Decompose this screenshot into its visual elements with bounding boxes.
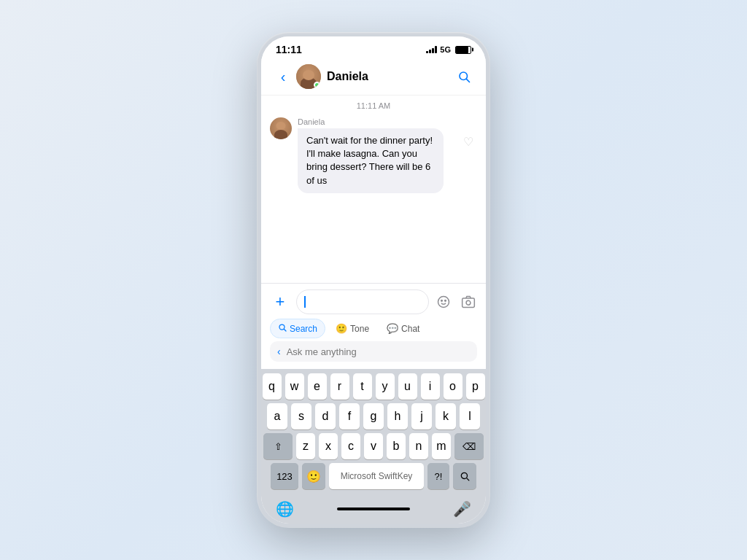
svg-line-10 [467,478,469,481]
input-row: + [270,289,477,314]
svg-point-2 [438,297,449,308]
key-h[interactable]: h [387,403,408,429]
chat-tab-label: Chat [401,324,419,334]
network-label: 5G [440,45,451,54]
signal-icon [426,46,437,53]
ai-search-input[interactable] [287,346,470,357]
key-m[interactable]: m [432,433,451,459]
key-backspace[interactable]: ⌫ [454,433,484,459]
key-b[interactable]: b [387,433,406,459]
svg-line-8 [284,329,286,331]
ai-toolbar: Search 🙂 Tone 💬 Chat [270,314,477,341]
microphone-icon[interactable]: 🎤 [453,500,471,518]
key-q[interactable]: q [263,373,282,400]
key-r[interactable]: r [330,373,349,400]
message-avatar [270,117,292,139]
key-c[interactable]: c [341,433,360,459]
avatar [296,64,321,89]
nav-bar: ‹ Daniela [261,60,486,96]
search-nav-button[interactable] [454,66,474,87]
message-timestamp: 11:11 AM [270,101,477,110]
input-area: + [261,283,486,369]
key-t[interactable]: t [353,373,372,400]
message-bubble-wrap: Daniela Can't wait for the dinner party!… [298,117,454,193]
contact-info: Daniela [296,64,454,89]
status-icons: 5G [426,45,471,54]
camera-button[interactable] [460,293,477,311]
message-row: Daniela Can't wait for the dinner party!… [270,117,477,193]
chat-tab-icon: 💬 [387,323,398,334]
keyboard-bottom-bar: 🌐 🎤 [261,496,486,524]
key-f[interactable]: f [339,403,360,429]
heart-icon[interactable]: ♡ [460,117,477,149]
key-k[interactable]: k [436,403,456,429]
search-tab-icon [278,323,287,334]
ai-tab-chat[interactable]: 💬 Chat [379,319,427,338]
key-emoji[interactable]: 🙂 [302,463,325,489]
key-s[interactable]: s [291,403,311,429]
svg-point-3 [441,300,443,302]
key-o[interactable]: o [444,373,462,400]
key-g[interactable]: g [363,403,384,429]
key-y[interactable]: y [376,373,395,400]
key-punctuation[interactable]: ?! [427,463,449,489]
home-indicator [337,508,410,510]
key-z[interactable]: z [296,433,315,459]
keyboard-row-4: 123 🙂 Microsoft SwiftKey ?! [264,463,483,489]
key-l[interactable]: l [460,403,480,429]
tone-tab-icon: 🙂 [336,323,347,334]
key-w[interactable]: w [285,373,304,400]
key-a[interactable]: a [267,403,287,429]
emoji-button[interactable] [435,293,452,311]
keyboard-row-3: ⇧ z x c v b n m ⌫ [264,433,483,459]
input-icons [435,293,477,311]
key-d[interactable]: d [315,403,336,429]
plus-button[interactable]: + [270,292,290,312]
cursor [304,296,306,308]
key-space[interactable]: Microsoft SwiftKey [329,463,424,489]
key-x[interactable]: x [319,433,338,459]
svg-rect-5 [462,298,475,308]
battery-icon [455,46,471,54]
key-e[interactable]: e [308,373,327,400]
ai-tab-tone[interactable]: 🙂 Tone [328,319,376,338]
online-status-dot [314,82,320,88]
search-tab-label: Search [290,324,317,334]
status-bar: 11:11 5G [261,36,486,60]
globe-icon[interactable]: 🌐 [276,500,294,518]
key-i[interactable]: i [421,373,440,400]
message-sender: Daniela [298,117,454,126]
ai-tab-search[interactable]: Search [270,319,325,338]
key-nums[interactable]: 123 [271,463,298,489]
svg-line-1 [466,79,469,82]
keyboard-row-1: q w e r t y u i o p [264,373,483,400]
key-keyboard-search[interactable] [453,463,476,489]
key-u[interactable]: u [398,373,417,400]
chat-area: 11:11 AM Daniela Can't wait for the dinn… [261,96,486,283]
status-time: 11:11 [276,44,302,55]
keyboard: q w e r t y u i o p a s d f g h j k [261,369,486,496]
svg-point-4 [445,300,446,302]
message-bubble: Can't wait for the dinner party! I'll ma… [298,128,444,193]
contact-name: Daniela [327,70,368,83]
keyboard-row-2: a s d f g h j k l [264,403,483,429]
back-button[interactable]: ‹ [273,66,293,87]
key-n[interactable]: n [409,433,428,459]
key-j[interactable]: j [411,403,432,429]
key-p[interactable]: p [466,373,485,400]
tone-tab-label: Tone [350,324,369,334]
svg-point-6 [466,300,471,305]
phone-screen: 11:11 5G ‹ Daniela [261,36,486,524]
ai-search-row: ‹ [270,341,477,362]
key-shift[interactable]: ⇧ [263,433,293,459]
key-v[interactable]: v [364,433,383,459]
ai-back-button[interactable]: ‹ [277,346,281,357]
message-input[interactable] [296,289,429,314]
phone-shell: 11:11 5G ‹ Daniela [257,32,490,528]
